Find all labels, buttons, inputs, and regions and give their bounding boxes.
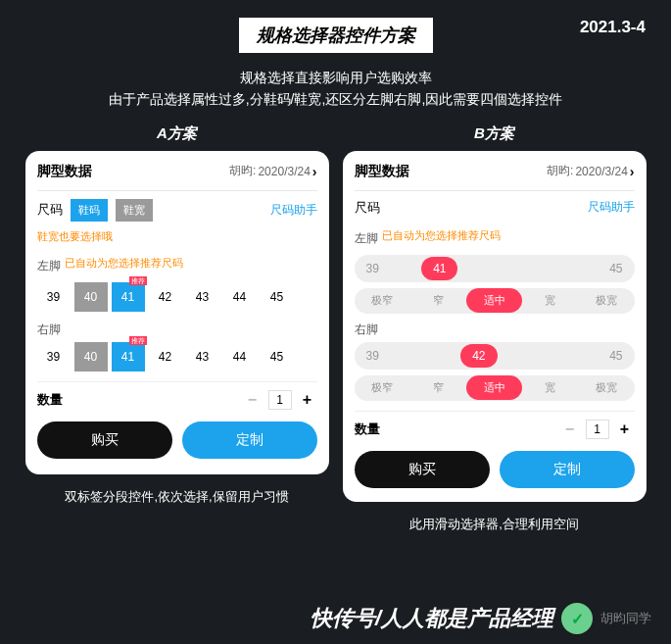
width-option[interactable]: 极窄	[355, 293, 410, 308]
size-option[interactable]: 44	[223, 282, 257, 312]
quantity-label: 数量	[37, 391, 63, 409]
subtitle-line-1: 规格选择直接影响用户选购效率	[0, 67, 671, 88]
width-option-selected[interactable]: 适中	[466, 375, 522, 400]
subtitle-line-2: 由于产品选择属性过多,分鞋码/鞋宽,还区分左脚右脚,因此需要四個选择控件	[0, 88, 671, 110]
tab-shoe-width[interactable]: 鞋宽	[116, 199, 153, 222]
width-option[interactable]: 极窄	[355, 380, 410, 395]
action-buttons: 购买 定制	[37, 421, 317, 459]
slider-max: 45	[609, 262, 622, 275]
left-foot-row: 左脚 已自动为您选择推荐尺码	[355, 224, 635, 247]
buy-button[interactable]: 购买	[355, 451, 490, 488]
size-option[interactable]: 44	[223, 342, 257, 372]
slider-thumb[interactable]: 42	[460, 344, 497, 368]
size-option[interactable]: 42	[149, 342, 182, 372]
left-width-slider[interactable]: 极窄 窄 适中 宽 极宽	[355, 288, 635, 314]
plan-a-card: 脚型数据 胡昀: 2020/3/24 › 尺码 鞋码 鞋宽 尺码助手 鞋宽也要选…	[25, 151, 329, 474]
date-tag: 2021.3-4	[580, 18, 646, 37]
foot-data-title: 脚型数据	[355, 163, 409, 180]
date-text: 2020/3/24	[258, 165, 310, 178]
quantity-value[interactable]: 1	[586, 420, 609, 439]
quantity-stepper: − 1 +	[560, 420, 635, 439]
size-label: 尺码	[355, 199, 380, 217]
width-option[interactable]: 窄	[410, 380, 466, 395]
left-size-slider[interactable]: 39 41 45	[355, 255, 635, 282]
tab-shoe-size[interactable]: 鞋码	[71, 199, 108, 222]
quantity-row: 数量 − 1 +	[37, 381, 317, 410]
plan-a-caption: 双标签分段控件,依次选择,保留用户习惯	[25, 488, 329, 506]
size-option[interactable]: 40	[74, 342, 108, 372]
size-label: 尺码	[37, 201, 63, 219]
customize-button[interactable]: 定制	[500, 451, 635, 488]
size-option[interactable]: 39	[37, 342, 71, 372]
watermark-text: 快传号/人人都是产品经理	[311, 604, 553, 633]
plus-icon[interactable]: +	[298, 390, 317, 410]
quantity-label: 数量	[355, 421, 380, 438]
left-foot-label: 左脚	[37, 258, 61, 274]
quantity-row: 数量 − 1 +	[355, 411, 635, 439]
size-option-selected[interactable]: 41推荐	[112, 342, 145, 372]
recommend-badge: 推荐	[129, 336, 147, 345]
left-size-grid: 39 40 41推荐 42 43 44 45	[37, 282, 317, 312]
card-header: 脚型数据 胡昀: 2020/3/24 ›	[37, 163, 317, 191]
size-option[interactable]: 40	[74, 282, 108, 312]
slider-thumb[interactable]: 41	[421, 257, 457, 280]
size-assistant-link[interactable]: 尺码助手	[270, 202, 317, 219]
check-icon: ✓	[561, 603, 593, 634]
plan-a-label: A方案	[25, 124, 329, 143]
slider-max: 45	[609, 349, 622, 363]
date-text: 2020/3/24	[575, 165, 627, 178]
watermark-sub: 胡昀同学	[600, 610, 651, 627]
left-foot-row: 左脚 已自动为您选择推荐尺码	[37, 252, 317, 274]
size-value: 41	[121, 290, 134, 304]
action-buttons: 购买 定制	[355, 451, 635, 488]
plan-a: A方案 脚型数据 胡昀: 2020/3/24 › 尺码 鞋码 鞋宽 尺码助手 鞋…	[25, 124, 329, 533]
width-option[interactable]: 窄	[410, 293, 466, 308]
size-value: 41	[121, 350, 134, 364]
size-option[interactable]: 45	[261, 342, 294, 372]
left-foot-label: 左脚	[355, 230, 378, 247]
foot-data-title: 脚型数据	[37, 163, 92, 180]
plan-b-caption: 此用滑动选择器,合理利用空间	[343, 516, 647, 533]
user-name: 胡昀:	[547, 163, 573, 179]
chevron-right-icon: ›	[312, 164, 317, 179]
right-foot-label: 右脚	[37, 322, 317, 338]
minus-icon[interactable]: −	[560, 420, 580, 439]
size-option[interactable]: 39	[37, 282, 71, 312]
buy-button[interactable]: 购买	[37, 421, 172, 459]
user-name: 胡昀:	[229, 163, 256, 179]
plan-b: B方案 脚型数据 胡昀: 2020/3/24 › 尺码 尺码助手 左脚 已自动为…	[343, 124, 647, 533]
width-option[interactable]: 极宽	[578, 380, 634, 395]
width-option[interactable]: 宽	[522, 380, 578, 395]
size-tab-row: 尺码 鞋码 鞋宽 尺码助手	[37, 199, 317, 222]
user-date-link[interactable]: 胡昀: 2020/3/24 ›	[229, 163, 316, 179]
card-header: 脚型数据 胡昀: 2020/3/24 ›	[355, 163, 635, 191]
right-foot-label: 右脚	[355, 322, 635, 338]
subtitle: 规格选择直接影响用户选购效率 由于产品选择属性过多,分鞋码/鞋宽,还区分左脚右脚…	[0, 67, 671, 111]
size-option[interactable]: 42	[149, 282, 182, 312]
quantity-value[interactable]: 1	[268, 390, 292, 410]
watermark: 快传号/人人都是产品经理 ✓ 胡昀同学	[0, 603, 671, 634]
recommend-badge: 推荐	[129, 276, 147, 285]
right-width-slider[interactable]: 极窄 窄 适中 宽 极宽	[355, 375, 635, 401]
size-option[interactable]: 45	[261, 282, 294, 312]
minus-icon[interactable]: −	[243, 390, 263, 410]
slider-min: 39	[366, 262, 379, 275]
width-option-selected[interactable]: 适中	[466, 288, 522, 313]
size-assistant-link[interactable]: 尺码助手	[588, 199, 635, 216]
customize-button[interactable]: 定制	[182, 421, 317, 459]
quantity-stepper: − 1 +	[243, 390, 317, 410]
right-size-grid: 39 40 41推荐 42 43 44 45	[37, 342, 317, 372]
slider-min: 39	[366, 349, 379, 363]
width-warning: 鞋宽也要选择哦	[37, 229, 317, 244]
width-option[interactable]: 宽	[522, 293, 578, 308]
plus-icon[interactable]: +	[615, 420, 635, 439]
width-option[interactable]: 极宽	[578, 293, 634, 308]
size-row: 尺码 尺码助手	[355, 199, 635, 217]
size-option[interactable]: 43	[186, 282, 219, 312]
auto-recommend-text: 已自动为您选择推荐尺码	[382, 228, 501, 243]
right-size-slider[interactable]: 39 42 45	[355, 342, 635, 370]
size-option-selected[interactable]: 41推荐	[112, 282, 145, 312]
plan-b-card: 脚型数据 胡昀: 2020/3/24 › 尺码 尺码助手 左脚 已自动为您选择推…	[343, 151, 647, 502]
size-option[interactable]: 43	[186, 342, 219, 372]
user-date-link[interactable]: 胡昀: 2020/3/24 ›	[547, 163, 634, 179]
